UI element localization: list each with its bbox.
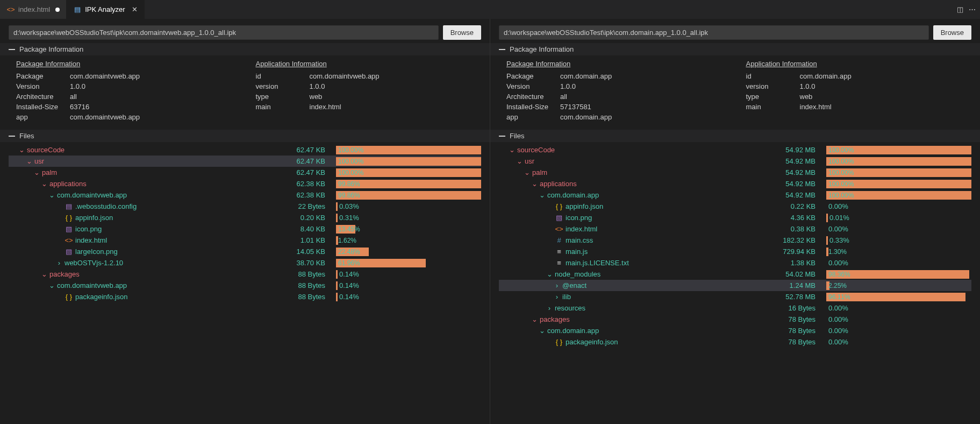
preview-icon: ▤ [73, 5, 82, 14]
file-percent-bar: 0.33% [826, 236, 971, 245]
file-percent-bar: 99.86% [336, 191, 481, 200]
file-tree-row[interactable]: ▧icon.png8.40 KB13.45% [9, 223, 481, 235]
file-tree-row[interactable]: #main.css182.32 KB0.33% [499, 235, 971, 246]
file-name: .webosstudio.config [75, 202, 137, 210]
info-value: 1.0.0 [800, 82, 816, 90]
file-tree-row[interactable]: ⌄sourceCode54.92 MB100.00% [499, 144, 971, 156]
tab-label: index.html [18, 5, 50, 13]
file-name: icon.png [566, 214, 592, 222]
file-size: 62.47 KB [282, 168, 336, 176]
info-value: com.domaintvweb.app [70, 113, 140, 121]
file-type-icon: ≡ [555, 259, 563, 267]
file-size: 78 Bytes [772, 315, 826, 323]
info-value: com.domaintvweb.app [310, 72, 380, 80]
file-name: usr [34, 157, 44, 165]
file-tree-row[interactable]: ›resources16 Bytes0.00% [499, 302, 971, 314]
file-tree-row[interactable]: ⌄com.domaintvweb.app62.38 KB99.86% [9, 189, 481, 201]
file-name: com.domaintvweb.app [57, 191, 127, 199]
info-value: com.domain.app [560, 113, 612, 121]
section-title: Files [510, 132, 524, 140]
info-value: web [800, 93, 813, 101]
file-tree-row[interactable]: ▤.webosstudio.config22 Bytes0.03% [9, 201, 481, 212]
file-size: 8.40 KB [282, 225, 336, 233]
file-size: 54.92 MB [772, 168, 826, 176]
file-percent-bar: 100.00% [826, 157, 971, 166]
info-value: index.html [800, 103, 832, 111]
section-files[interactable]: Files [490, 130, 980, 142]
file-percent-bar: 100.00% [826, 146, 971, 154]
collapse-icon [9, 49, 15, 50]
file-percent-bar: 0.00% [826, 338, 971, 346]
info-value: index.html [310, 103, 341, 111]
file-tree-row[interactable]: ⌄usr54.92 MB100.00% [499, 156, 971, 167]
file-percent-bar: 100.00% [336, 157, 481, 166]
file-tree-row[interactable]: { }packageinfo.json88 Bytes0.14% [9, 291, 481, 302]
file-tree-row[interactable]: { }packageinfo.json78 Bytes0.00% [499, 336, 971, 348]
app-info-heading: Application Information [746, 60, 964, 68]
file-tree-row[interactable]: ›ilib52.78 MB96.11% [499, 291, 971, 302]
file-size: 88 Bytes [282, 270, 336, 278]
file-percent-bar: 1.30% [826, 248, 971, 256]
file-tree-row[interactable]: ›@enact1.24 MB2.25% [499, 280, 971, 291]
file-name: main.js.LICENSE.txt [566, 259, 629, 267]
file-size: 1.38 KB [772, 259, 826, 267]
more-actions-icon[interactable]: ⋯ [969, 5, 976, 13]
file-percent-bar: 0.00% [826, 304, 971, 312]
browse-button[interactable]: Browse [443, 25, 481, 40]
info-value: 1.0.0 [560, 82, 576, 90]
file-percent-bar: 61.96% [336, 259, 481, 267]
file-type-icon: ▧ [555, 214, 563, 222]
section-package-info[interactable]: Package Information [0, 43, 490, 55]
file-percent-bar: 0.31% [336, 214, 481, 222]
file-tree-row[interactable]: ▧largeIcon.png14.05 KB22.48% [9, 246, 481, 257]
file-name: applications [540, 180, 577, 188]
file-size: 78 Bytes [772, 338, 826, 346]
file-tree-row[interactable]: ⌄palm54.92 MB100.00% [499, 167, 971, 178]
file-tree: ⌄sourceCode62.47 KB100.00%⌄usr62.47 KB10… [9, 144, 481, 302]
file-tree-row[interactable]: ≡main.js729.94 KB1.30% [499, 246, 971, 257]
file-tree-row[interactable]: ⌄applications62.38 KB99.86% [9, 178, 481, 189]
file-tree-row[interactable]: ⌄sourceCode62.47 KB100.00% [9, 144, 481, 156]
file-size: 62.47 KB [282, 146, 336, 154]
file-percent-bar: 0.14% [336, 293, 481, 301]
ipk-path-input[interactable] [499, 25, 929, 40]
tab-index-html[interactable]: <> index.html [0, 0, 67, 19]
file-size: 54.92 MB [772, 157, 826, 165]
collapse-icon [499, 136, 505, 137]
file-tree-row[interactable]: ≡main.js.LICENSE.txt1.38 KB0.00% [499, 257, 971, 268]
section-package-info[interactable]: Package Information [490, 43, 980, 55]
file-type-icon: { } [555, 202, 563, 211]
app-info-heading: Application Information [256, 60, 474, 68]
file-tree-row[interactable]: ⌄com.domaintvweb.app88 Bytes0.14% [9, 280, 481, 291]
file-tree-row[interactable]: <>index.html1.01 KB1.62% [9, 235, 481, 246]
file-tree-row[interactable]: { }appinfo.json0.20 KB0.31% [9, 212, 481, 223]
tab-ipk-analyzer[interactable]: ▤ IPK Analyzer ✕ [67, 0, 144, 19]
file-percent-bar: 98.36% [826, 270, 971, 279]
file-tree-row[interactable]: ⌄node_modules54.02 MB98.36% [499, 268, 971, 280]
info-key: id [746, 72, 800, 80]
info-key: Package [506, 72, 560, 80]
file-tree-row[interactable]: ⌄com.domain.app54.92 MB100.00% [499, 189, 971, 201]
file-name: appinfo.json [566, 202, 603, 210]
close-icon[interactable]: ✕ [132, 5, 138, 13]
split-editor-icon[interactable]: ◫ [957, 5, 963, 13]
file-tree-row[interactable]: ⌄usr62.47 KB100.00% [9, 156, 481, 167]
info-key: Installed-Size [16, 103, 70, 111]
file-tree-row[interactable]: ⌄packages78 Bytes0.00% [499, 314, 971, 325]
info-value: all [70, 93, 77, 101]
file-percent-bar: 99.86% [336, 180, 481, 188]
file-tree-row[interactable]: ▧icon.png4.36 KB0.01% [499, 212, 971, 223]
file-tree-row[interactable]: ⌄palm62.47 KB100.00% [9, 167, 481, 178]
file-name: main.css [566, 236, 593, 244]
file-tree-row[interactable]: <>index.html0.38 KB0.00% [499, 223, 971, 235]
file-tree-row[interactable]: { }appinfo.json0.22 KB0.00% [499, 201, 971, 212]
ipk-path-input[interactable] [9, 25, 439, 40]
file-tree-row[interactable]: ⌄packages88 Bytes0.14% [9, 268, 481, 280]
section-files[interactable]: Files [0, 130, 490, 142]
file-percent-bar: 100.00% [336, 146, 481, 154]
file-tree-row[interactable]: ›webOSTVjs-1.2.1038.70 KB61.96% [9, 257, 481, 268]
file-percent-bar: 2.25% [826, 281, 971, 290]
browse-button[interactable]: Browse [933, 25, 971, 40]
file-tree-row[interactable]: ⌄applications54.92 MB100.00% [499, 178, 971, 189]
file-tree-row[interactable]: ⌄com.domain.app78 Bytes0.00% [499, 325, 971, 336]
